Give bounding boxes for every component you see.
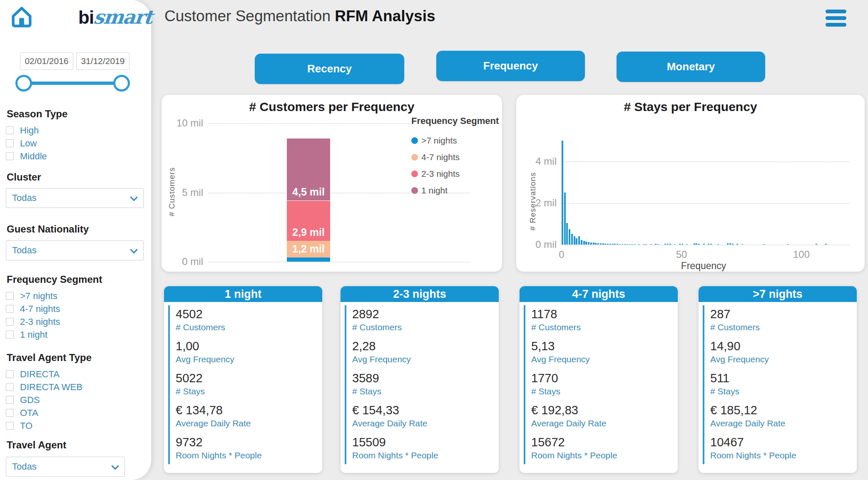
- histogram-bar[interactable]: [696, 243, 697, 245]
- histogram-bar[interactable]: [667, 244, 669, 245]
- checkbox[interactable]: [6, 152, 14, 160]
- histogram-bar[interactable]: [595, 243, 597, 245]
- histogram-bar[interactable]: [708, 244, 709, 245]
- histogram-bar[interactable]: [566, 223, 568, 245]
- frequency-segment-option-4-7-nights[interactable]: 4-7 nights: [6, 302, 60, 315]
- travel-agent-type-option-directa[interactable]: DIRECTA: [6, 368, 82, 381]
- histogram-bar[interactable]: [578, 236, 580, 245]
- season-type-option-low[interactable]: Low: [6, 137, 47, 150]
- date-from-input[interactable]: 02/01/2016: [20, 52, 73, 70]
- histogram-bar[interactable]: [607, 244, 609, 245]
- histogram-bar[interactable]: [571, 234, 573, 245]
- histogram-bar[interactable]: [585, 242, 587, 245]
- histogram-bar[interactable]: [634, 244, 635, 245]
- histogram-bar[interactable]: [727, 243, 729, 245]
- histogram-bar[interactable]: [574, 236, 575, 245]
- histogram-bar[interactable]: [622, 244, 623, 245]
- histogram-bar[interactable]: [650, 244, 652, 245]
- bar-segment-4-7-nights[interactable]: 1,2 mil: [287, 241, 330, 257]
- histogram-bar[interactable]: [609, 244, 611, 245]
- histogram-bar[interactable]: [787, 244, 788, 245]
- histogram-bar[interactable]: [626, 244, 628, 245]
- histogram-bar[interactable]: [604, 244, 606, 245]
- histogram-bar[interactable]: [664, 244, 666, 245]
- date-slider-handle-end[interactable]: [113, 75, 130, 92]
- histogram-bar[interactable]: [698, 244, 700, 245]
- hamburger-menu-button[interactable]: [826, 10, 846, 30]
- date-slider-track[interactable]: [24, 82, 122, 85]
- histogram-bar[interactable]: [614, 244, 616, 245]
- histogram-bar[interactable]: [816, 244, 817, 245]
- histogram-bar[interactable]: [763, 244, 765, 245]
- home-button[interactable]: [9, 4, 34, 29]
- season-type-option-high[interactable]: High: [6, 124, 47, 137]
- frequency-segment-option-1-night[interactable]: 1 night: [6, 328, 60, 341]
- histogram-bar[interactable]: [624, 244, 626, 245]
- histogram-bar[interactable]: [732, 244, 734, 245]
- checkbox[interactable]: [6, 396, 14, 404]
- histogram-bar[interactable]: [617, 244, 618, 245]
- histogram-bar[interactable]: [600, 243, 602, 245]
- legend-item-4-7-nights[interactable]: 4-7 nights: [411, 149, 499, 166]
- histogram-bar[interactable]: [703, 244, 705, 245]
- travel-agent-type-option-directa-web[interactable]: DIRECTA WEB: [6, 381, 82, 393]
- bar-segment-7-nights[interactable]: [287, 257, 330, 262]
- histogram-bar[interactable]: [638, 244, 640, 245]
- histogram-bar[interactable]: [581, 240, 582, 245]
- date-slider-handle-start[interactable]: [15, 75, 32, 92]
- histogram-bar[interactable]: [694, 243, 695, 245]
- checkbox[interactable]: [6, 331, 14, 339]
- histogram-bar[interactable]: [681, 244, 683, 245]
- histogram-bar[interactable]: [583, 241, 585, 245]
- bar-segment-2-3-nights[interactable]: 2,9 mil: [287, 201, 330, 241]
- histogram-bar[interactable]: [569, 229, 570, 245]
- frequency-segment-option-2-3-nights[interactable]: 2-3 nights: [6, 315, 60, 328]
- histogram-bar[interactable]: [741, 244, 743, 245]
- legend-item-1-night[interactable]: 1 night: [411, 182, 499, 199]
- travel-agent-type-option-gds[interactable]: GDS: [6, 393, 82, 406]
- checkbox[interactable]: [6, 422, 14, 430]
- checkbox[interactable]: [6, 292, 14, 300]
- histogram-bar[interactable]: [669, 244, 671, 245]
- histogram-bar[interactable]: [588, 242, 589, 245]
- guest-nationality-dropdown[interactable]: Todas: [6, 240, 144, 260]
- histogram-bar[interactable]: [629, 244, 630, 245]
- legend-item-2-3-nights[interactable]: 2-3 nights: [411, 166, 499, 182]
- histogram-bar[interactable]: [562, 141, 563, 245]
- bar-segment-1-night[interactable]: 4,5 mil: [287, 139, 330, 201]
- histogram-bar[interactable]: [729, 243, 731, 245]
- travel-agent-type-option-to[interactable]: TO: [6, 419, 82, 432]
- checkbox[interactable]: [6, 139, 14, 147]
- histogram-bar[interactable]: [717, 244, 719, 245]
- date-to-input[interactable]: 31/12/2019: [76, 52, 129, 70]
- histogram-bar[interactable]: [602, 243, 604, 245]
- histogram-bar[interactable]: [825, 244, 827, 245]
- histogram-bar[interactable]: [686, 244, 688, 245]
- tab-monetary[interactable]: Monetary: [617, 52, 765, 82]
- checkbox[interactable]: [6, 409, 14, 417]
- season-type-option-middle[interactable]: Middle: [6, 150, 47, 163]
- travel-agent-dropdown[interactable]: Todas: [6, 457, 125, 477]
- histogram-bar[interactable]: [736, 244, 738, 245]
- histogram-bar[interactable]: [612, 244, 614, 245]
- histogram-bar[interactable]: [657, 244, 659, 245]
- checkbox[interactable]: [6, 305, 14, 313]
- tab-frequency[interactable]: Frequency: [436, 51, 585, 81]
- histogram-bar[interactable]: [564, 193, 566, 245]
- histogram-bar[interactable]: [643, 244, 645, 245]
- frequency-segment-option-7-nights[interactable]: >7 nights: [6, 289, 60, 302]
- histogram-bar[interactable]: [655, 244, 657, 245]
- histogram-bar[interactable]: [593, 242, 594, 245]
- histogram-bar[interactable]: [679, 244, 681, 245]
- histogram-bar[interactable]: [674, 244, 676, 245]
- histogram-bar[interactable]: [619, 244, 621, 245]
- tab-recency[interactable]: Recency: [255, 54, 404, 84]
- cluster-dropdown[interactable]: Todas: [6, 188, 144, 208]
- histogram-bar[interactable]: [576, 238, 577, 245]
- travel-agent-type-option-ota[interactable]: OTA: [6, 406, 82, 419]
- histogram-bar[interactable]: [597, 243, 599, 245]
- checkbox[interactable]: [6, 126, 14, 134]
- histogram-bar[interactable]: [645, 244, 647, 245]
- checkbox[interactable]: [6, 318, 14, 326]
- legend-item-7-nights[interactable]: >7 nights: [411, 132, 499, 149]
